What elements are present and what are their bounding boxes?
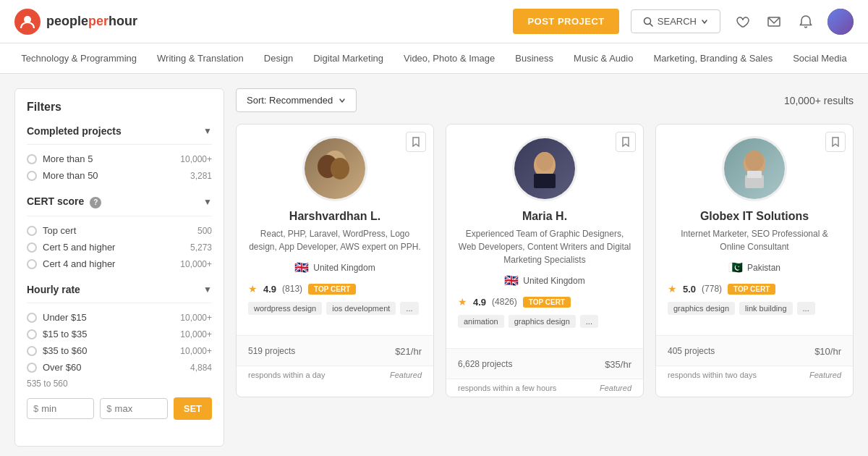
radio-more-than-50[interactable] bbox=[27, 171, 37, 181]
card-location-1: 🇬🇧 United Kingdom bbox=[248, 261, 422, 274]
tag-more-1[interactable]: ... bbox=[400, 302, 418, 315]
help-icon[interactable]: ? bbox=[90, 197, 101, 208]
tag-3-1[interactable]: link building bbox=[739, 302, 792, 315]
sidebar-title: Filters bbox=[27, 101, 212, 114]
radio-15to35[interactable] bbox=[27, 329, 37, 339]
svg-point-12 bbox=[745, 151, 764, 171]
radio-top-cert[interactable] bbox=[27, 226, 37, 236]
tag-1-1[interactable]: ios development bbox=[326, 302, 396, 315]
response-text-2: responds within a few hours bbox=[458, 384, 556, 392]
nav-item-digital[interactable]: Digital Marketing bbox=[313, 50, 383, 67]
main-nav: Technology & Programming Writing & Trans… bbox=[0, 43, 868, 74]
nav-item-marketing[interactable]: Marketing, Branding & Sales bbox=[653, 50, 773, 67]
filter-completed-projects-header[interactable]: Completed projects ▼ bbox=[27, 125, 212, 145]
filter-label-over60[interactable]: Over $60 bbox=[43, 362, 81, 373]
filter-count-over60: 4,884 bbox=[190, 363, 212, 373]
tag-more-2[interactable]: ... bbox=[580, 315, 598, 328]
filter-count-top-cert: 500 bbox=[197, 226, 212, 236]
flag-icon-3: 🇵🇰 bbox=[728, 261, 743, 274]
mail-icon[interactable] bbox=[764, 12, 784, 32]
sort-dropdown[interactable]: Sort: Recommended bbox=[236, 88, 357, 112]
card-tags-2: animation graphics design ... bbox=[458, 315, 631, 328]
bookmark-button-1[interactable] bbox=[406, 132, 426, 152]
svg-point-6 bbox=[331, 158, 349, 180]
card-response-3: responds within two days Featured bbox=[656, 366, 853, 384]
radio-35to60[interactable] bbox=[27, 346, 37, 356]
card-response-1: responds within a day Featured bbox=[237, 366, 433, 384]
results-count: 10,000+ results bbox=[784, 95, 854, 106]
post-project-button[interactable]: POST PROJECT bbox=[513, 9, 618, 34]
chevron-down-icon: ▼ bbox=[203, 126, 212, 136]
response-text-3: responds within two days bbox=[668, 371, 757, 379]
card-desc-2: Experienced Team of Graphic Designers, W… bbox=[458, 227, 631, 266]
card-location-2: 🇬🇧 United Kingdom bbox=[458, 274, 631, 287]
projects-count-1: 519 projects bbox=[248, 346, 295, 356]
card-rating-row-3: ★ 5.0 (778) TOP CERT bbox=[668, 283, 841, 295]
min-price-wrap: $ bbox=[27, 398, 94, 419]
filter-cert-score-title: CERT score ? bbox=[27, 195, 101, 208]
featured-badge-3: Featured bbox=[809, 371, 841, 379]
bell-icon[interactable] bbox=[796, 12, 816, 32]
radio-cert5[interactable] bbox=[27, 242, 37, 253]
max-price-input[interactable] bbox=[115, 403, 161, 414]
filter-count-35to60: 10,000+ bbox=[180, 346, 212, 356]
filter-label-15to35[interactable]: $15 to $35 bbox=[43, 329, 87, 339]
freelancer-card-1: Harshvardhan L. React, PHP, Laravel, Wor… bbox=[236, 124, 434, 397]
filter-hourly-rate-header[interactable]: Hourly rate ▼ bbox=[27, 284, 212, 303]
filter-option-more-than-5: More than 5 10,000+ bbox=[27, 153, 212, 164]
star-icon-3: ★ bbox=[668, 283, 677, 295]
radio-under15[interactable] bbox=[27, 313, 37, 323]
nav-item-video[interactable]: Video, Photo & Image bbox=[404, 50, 495, 67]
max-price-wrap: $ bbox=[100, 398, 167, 419]
card-tags-1: wordpress design ios development ... bbox=[248, 302, 422, 315]
tag-2-1[interactable]: graphics design bbox=[509, 315, 576, 328]
avatar[interactable] bbox=[827, 9, 854, 35]
rating-count-1: (813) bbox=[282, 284, 302, 294]
filter-label-top-cert[interactable]: Top cert bbox=[43, 225, 76, 236]
tag-2-0[interactable]: animation bbox=[458, 315, 504, 328]
price-inputs: $ $ SET bbox=[27, 397, 212, 420]
logo[interactable]: peopleperhour bbox=[14, 9, 137, 35]
bookmark-button-3[interactable] bbox=[825, 132, 846, 152]
nav-item-business[interactable]: Business bbox=[515, 50, 553, 67]
filter-label-35to60[interactable]: $35 to $60 bbox=[43, 345, 87, 356]
card-footer-3: 405 projects $10/hr bbox=[656, 335, 853, 366]
nav-item-tech[interactable]: Technology & Programming bbox=[21, 50, 137, 67]
tag-more-3[interactable]: ... bbox=[797, 302, 815, 315]
nav-item-writing[interactable]: Writing & Translation bbox=[157, 50, 244, 67]
top-cert-badge-1: TOP CERT bbox=[308, 284, 356, 295]
filter-label-more-than-50[interactable]: More than 50 bbox=[43, 170, 98, 181]
hourly-rate-2: $35/hr bbox=[605, 356, 631, 371]
nav-item-social[interactable]: Social Media bbox=[793, 50, 846, 67]
nav-item-design[interactable]: Design bbox=[264, 50, 293, 67]
search-icon bbox=[643, 17, 653, 27]
card-name-3: Globex IT Solutions bbox=[668, 210, 841, 223]
chevron-down-icon bbox=[701, 18, 708, 25]
card-avatar-3 bbox=[722, 136, 787, 201]
tag-3-0[interactable]: graphics design bbox=[668, 302, 735, 315]
rating-count-2: (4826) bbox=[492, 297, 517, 307]
heart-icon[interactable] bbox=[732, 12, 752, 32]
nav-item-music[interactable]: Music & Audio bbox=[574, 50, 633, 67]
card-name-2: Maria H. bbox=[458, 210, 631, 223]
filter-label-cert4[interactable]: Cert 4 and higher bbox=[43, 258, 115, 269]
bookmark-button-2[interactable] bbox=[616, 132, 636, 152]
search-button[interactable]: SEARCH bbox=[631, 9, 720, 33]
filter-cert-score-header[interactable]: CERT score ? ▼ bbox=[27, 195, 212, 216]
logo-text: peopleperhour bbox=[46, 14, 137, 29]
radio-over60[interactable] bbox=[27, 363, 37, 373]
filter-label-under15[interactable]: Under $15 bbox=[43, 312, 87, 323]
filter-hourly-rate-title: Hourly rate bbox=[27, 284, 80, 295]
filter-label-more-than-5[interactable]: More than 5 bbox=[43, 153, 93, 164]
min-price-input[interactable] bbox=[41, 403, 88, 414]
tag-1-0[interactable]: wordpress design bbox=[248, 302, 322, 315]
filter-option-under15: Under $15 10,000+ bbox=[27, 312, 212, 323]
svg-rect-13 bbox=[747, 171, 762, 178]
filter-label-cert5[interactable]: Cert 5 and higher bbox=[43, 242, 115, 253]
radio-more-than-5[interactable] bbox=[27, 154, 37, 164]
set-price-button[interactable]: SET bbox=[174, 397, 212, 420]
radio-cert4[interactable] bbox=[27, 259, 37, 269]
card-location-3: 🇵🇰 Pakistan bbox=[668, 261, 841, 274]
location-text-2: United Kingdom bbox=[523, 276, 584, 286]
filter-option-over60: Over $60 4,884 bbox=[27, 362, 212, 373]
